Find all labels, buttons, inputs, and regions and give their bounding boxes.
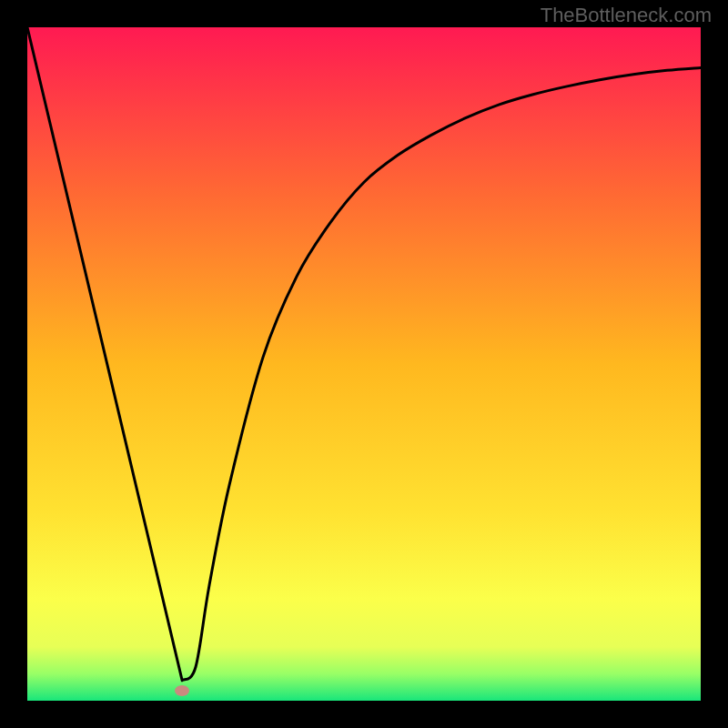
bottleneck-curve xyxy=(27,27,701,681)
curve-layer xyxy=(27,27,701,701)
watermark-text: TheBottleneck.com xyxy=(541,4,712,27)
optimal-marker xyxy=(175,685,189,696)
chart-container: TheBottleneck.com xyxy=(0,0,728,728)
plot-area xyxy=(27,27,701,701)
